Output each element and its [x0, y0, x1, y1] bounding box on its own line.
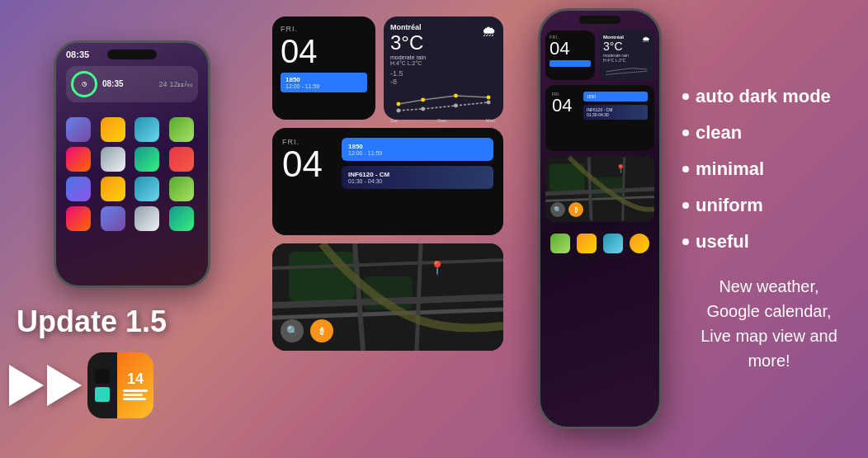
app-icon-1 [66, 117, 91, 142]
tagline-text: New weather,Google calendar,Live map vie… [701, 277, 837, 370]
clock-date-label: 24 [158, 80, 167, 88]
dock-icon-green [550, 234, 570, 253]
svg-point-7 [487, 101, 491, 105]
feature-label-4: uniform [696, 195, 763, 216]
rph-cal-date: 04 [550, 40, 591, 58]
feature-item-2: clean [682, 122, 856, 144]
svg-point-5 [421, 106, 425, 111]
phone-mockup-right: FRI. 04 Montréal 3°C moderate rain H:4°C [538, 8, 670, 458]
play-triangle-1 [9, 365, 44, 406]
rph-event2-time: 01:30-04:30 [587, 112, 644, 117]
app-icon-8 [169, 147, 194, 172]
rph-cm-events: 1850 INF6120 - CM 01:30-04:30 [583, 92, 648, 144]
cal-small-event: 1850 12:00 - 11:59 [281, 73, 367, 92]
phone-time: 08:35 [66, 50, 89, 59]
rph-dock [545, 230, 654, 257]
clock-day-label: 12₃₃/₉₆ [169, 80, 193, 88]
middle-section: FRI. 04 1850 12:00 - 11:59 Montréal 3°C … [272, 17, 503, 446]
map-pin: 📍 [429, 260, 446, 276]
weather-temp2: -8 [390, 78, 497, 86]
rph-weather-hl: H:4°C L:2°C [603, 58, 629, 63]
feature-label-5: useful [696, 231, 749, 253]
widget-row-1: FRI. 04 1850 12:00 - 11:59 Montréal 3°C … [272, 17, 503, 120]
logo-line-3 [123, 398, 146, 400]
widget-map: 📍 🔍 ₿ [272, 243, 503, 351]
rph-map-btc-btn[interactable]: ₿ [568, 202, 583, 217]
wcm-event2-time: 01:30 - 04:30 [348, 178, 487, 184]
feature-item-5: useful [682, 231, 856, 253]
rph-event1-title: 1850 [587, 94, 644, 99]
cal-small-event-title: 1850 [285, 76, 362, 83]
map-background: 📍 🔍 ₿ [272, 243, 503, 351]
phone-widgets-container: FRI. 04 Montréal 3°C moderate rain H:4°C [540, 11, 659, 262]
app-icon-12 [169, 177, 194, 201]
play-store-icon[interactable] [17, 356, 74, 414]
dock-icon-yellow [577, 234, 597, 253]
app-logo[interactable]: 14 [87, 352, 153, 418]
phone-notch-right [579, 16, 620, 24]
wcm-event1-time: 12:00 - 11:59 [348, 150, 487, 156]
features-tagline: New weather,Google calendar,Live map vie… [682, 274, 856, 373]
widget-calendar-medium: FRI. 04 1850 12:00 - 11:59 INF6120 - CM … [272, 128, 503, 235]
feature-label-2: clean [696, 122, 742, 144]
wcm-date: 04 [282, 146, 332, 182]
app-logo-left [87, 352, 117, 418]
play-triangle-2 [47, 365, 82, 406]
rph-cal-event-bar [550, 60, 591, 67]
map-btc-button[interactable]: ₿ [310, 319, 333, 342]
clock-circle: ◷ [71, 71, 97, 97]
wcm-event-1: 1850 12:00 - 11:59 [342, 138, 493, 161]
svg-point-1 [421, 98, 425, 102]
play-double-triangle [9, 365, 82, 406]
phone-notch-left [107, 50, 157, 59]
feature-bullet-4 [682, 202, 689, 209]
update-title: Update 1.5 [17, 305, 248, 339]
rph-weather-chart [603, 64, 650, 77]
phone-mockup-left: 08:35 ◷ 08:35 24 12₃₃/₉₆ [54, 40, 210, 288]
svg-point-2 [454, 94, 458, 98]
cal-small-event-time: 12:00 - 11:59 [285, 83, 362, 89]
map-search-button[interactable]: 🔍 [281, 319, 304, 342]
feature-bullet-1 [682, 93, 689, 100]
rph-cm-left: FRI. 04 [552, 92, 577, 144]
rph-row-1: FRI. 04 Montréal 3°C moderate rain H:4°C [545, 31, 654, 80]
right-section: FRI. 04 Montréal 3°C moderate rain H:4°C [538, 0, 868, 458]
weather-day2: Sun. [437, 118, 447, 123]
dock-icon-blue [603, 234, 623, 253]
cal-small-date: 04 [281, 35, 367, 68]
weather-hl: H:4°C L:2°C [390, 60, 426, 66]
wcm-event1-title: 1850 [348, 143, 487, 150]
weather-days: Sat. Sun. Mon. [390, 118, 497, 123]
weather-temp-range: -1.5 -8 [390, 69, 497, 86]
feature-bullet-2 [682, 130, 689, 136]
logo-teal-square [95, 387, 110, 402]
clock-display: 08:35 [102, 79, 153, 88]
svg-point-6 [454, 103, 458, 107]
app-logo-right: 14 [117, 352, 153, 418]
cal-small-day: FRI. [281, 25, 367, 33]
phone-clock-widget: ◷ 08:35 24 12₃₃/₉₆ [66, 66, 198, 102]
widget-calendar-small: FRI. 04 1850 12:00 - 11:59 [272, 17, 375, 120]
weather-temp-main: 3°C [390, 31, 423, 54]
wcm-event-2: INF6120 - CM 01:30 - 04:30 [342, 166, 493, 189]
feature-item-4: uniform [682, 195, 856, 216]
rph-cm-date: 04 [552, 97, 577, 115]
widget-weather-small: Montréal 3°C moderate rain H:4°C L:2°C 🌧… [384, 17, 503, 120]
app-icon-7 [134, 147, 159, 172]
app-icon-14 [101, 206, 125, 231]
dock-icon-circle [630, 234, 649, 253]
app-icon-4 [169, 117, 194, 142]
app-icon-10 [101, 177, 125, 201]
weather-desc: moderate rain [390, 54, 426, 60]
app-icon-13 [66, 206, 91, 231]
svg-point-3 [487, 96, 491, 100]
weather-day3: Mon. [486, 118, 497, 123]
phone-screen-left: 08:35 ◷ 08:35 24 12₃₃/₉₆ [56, 43, 208, 286]
svg-rect-8 [289, 252, 355, 301]
svg-line-12 [355, 243, 363, 351]
feature-item-3: minimal [682, 158, 856, 180]
feature-item-1: auto dark mode [682, 86, 856, 107]
rph-map-search-btn[interactable]: 🔍 [550, 202, 565, 217]
app-icon-5 [66, 147, 91, 172]
logo-line-1 [123, 390, 148, 392]
